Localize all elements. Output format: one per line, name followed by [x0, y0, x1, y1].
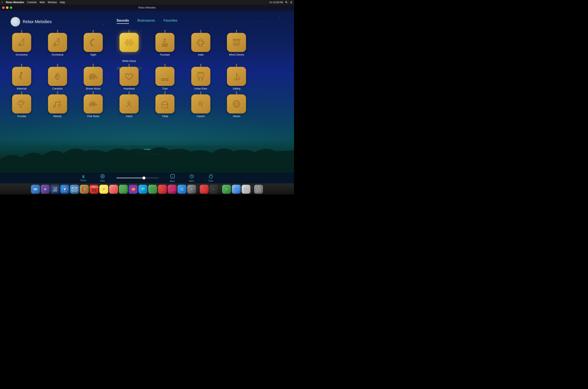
menu-controls[interactable]: Controls [27, 1, 37, 4]
alarm-control[interactable]: Alarm [186, 174, 197, 182]
sound-tile-thunder[interactable] [12, 94, 31, 113]
dock-item-news[interactable] [158, 185, 167, 194]
mixer-label: Mixer [170, 180, 175, 182]
sound-item-brown-noise[interactable]: Brown Noise [76, 66, 111, 91]
svg-line-71 [126, 106, 128, 107]
sound-tile-campfire[interactable] [48, 67, 67, 86]
dock-item-facetime[interactable] [148, 185, 157, 194]
dock-item-system-prefs[interactable] [187, 185, 196, 194]
sound-tile-train[interactable] [155, 67, 175, 86]
sound-tile-night[interactable] [84, 33, 103, 52]
dock-item-terminal[interactable]: >_ [210, 185, 219, 194]
svg-rect-4 [128, 39, 128, 46]
sound-item-train[interactable]: Train [147, 66, 182, 91]
sound-tile-white-noise[interactable] [119, 33, 139, 52]
sound-item-night[interactable]: Night [76, 32, 111, 64]
sound-tile-orchestral[interactable] [12, 33, 31, 52]
maximize-button[interactable] [10, 6, 12, 9]
dock-item-magnet[interactable] [200, 185, 209, 194]
sound-item-orchestral[interactable]: Orchestral [4, 32, 39, 64]
svg-rect-24 [233, 43, 234, 45]
dock-item-nav[interactable] [222, 185, 231, 194]
dock-item-photos[interactable] [129, 185, 138, 194]
sound-item-thunder[interactable]: Thunder [4, 93, 39, 119]
app-menu-name[interactable]: Relax Melodies [6, 1, 24, 4]
sound-tile-fountain[interactable] [155, 33, 175, 52]
dock-item-calendar[interactable]: DEC 21 [90, 185, 99, 194]
sound-tile-pink-noise[interactable] [84, 94, 103, 113]
menu-help[interactable]: Help [60, 1, 65, 4]
sound-item-sailing[interactable]: Sailing [219, 66, 254, 91]
menu-search[interactable]: 🔍 [285, 1, 288, 4]
sound-tile-voices[interactable] [227, 94, 246, 113]
dock-item-globe[interactable] [232, 185, 241, 194]
pause-control[interactable]: ⏸ Pause [78, 175, 89, 182]
dock-item-messages[interactable] [138, 185, 147, 194]
sound-tile-astral[interactable] [119, 94, 139, 113]
svg-rect-65 [94, 102, 95, 106]
sound-tile-cavern[interactable] [191, 94, 210, 113]
sound-item-zen[interactable]: Orchestral [40, 32, 75, 64]
sound-item-waterfall[interactable]: Waterfall [4, 66, 39, 91]
sound-tile-melody[interactable] [48, 94, 67, 113]
svg-point-100 [53, 187, 54, 188]
menu-list[interactable]: ☰ [290, 1, 292, 4]
svg-rect-61 [90, 102, 91, 106]
apple-menu[interactable]:  [2, 1, 3, 4]
menu-web[interactable]: Web [40, 1, 45, 4]
dock-item-trash[interactable] [254, 185, 263, 194]
svg-marker-113 [64, 188, 66, 191]
sound-tile-india[interactable] [191, 33, 210, 52]
dock-item-siri[interactable] [41, 185, 50, 194]
sound-item-melody[interactable]: Melody [40, 93, 75, 119]
sound-item-wind-chimes[interactable]: Wind Chimes [219, 32, 254, 64]
sound-tile-waterfall[interactable] [12, 67, 31, 86]
svg-point-132 [132, 187, 134, 189]
sound-tile-tribal[interactable] [155, 94, 175, 113]
sound-tile-zen[interactable] [48, 33, 67, 52]
sound-item-voices[interactable]: Voices [219, 93, 254, 119]
progress-bar[interactable] [116, 178, 159, 178]
minimize-button[interactable] [6, 6, 8, 9]
svg-rect-27 [238, 45, 238, 46]
dock-item-maps[interactable] [119, 185, 128, 194]
tab-favorites[interactable]: Favorites [163, 19, 178, 24]
svg-rect-37 [89, 78, 90, 80]
mixer-control[interactable]: 2 Mixer [167, 173, 178, 182]
dock-item-finder[interactable] [31, 185, 40, 194]
logo-area: Relax Melodies [11, 17, 52, 27]
sound-item-pink-noise[interactable]: Pink Noise [76, 93, 111, 119]
sound-item-white-noise[interactable]: White Noise White Noise [112, 32, 147, 64]
sound-item-urban-rain[interactable]: Urban Rain [184, 66, 218, 91]
clear-control[interactable]: Clear [97, 174, 108, 182]
sound-item-cavern[interactable]: Cavern [184, 93, 218, 119]
sound-tile-heartbeat[interactable] [119, 67, 139, 86]
sound-tile-wind-chimes[interactable] [227, 33, 246, 52]
sound-tile-urban-rain[interactable] [191, 67, 210, 86]
svg-rect-3 [126, 40, 127, 45]
dock-item-mail[interactable] [70, 185, 79, 194]
sound-item-india[interactable]: India [184, 32, 218, 64]
sound-tile-brown-noise[interactable] [84, 67, 103, 86]
svg-rect-28 [239, 43, 240, 44]
menu-window[interactable]: Window [48, 1, 57, 4]
sound-item-astral[interactable]: Astral [112, 93, 147, 119]
dock-item-notes[interactable] [99, 185, 108, 194]
svg-rect-12 [162, 44, 168, 45]
dock-item-appstore[interactable] [178, 185, 186, 194]
svg-point-69 [128, 101, 130, 104]
sound-item-fountain[interactable]: Fountain [147, 32, 182, 64]
close-button[interactable] [2, 6, 5, 9]
sound-item-tribal[interactable]: Tribal [147, 93, 182, 119]
dock-item-migration[interactable] [242, 185, 251, 194]
dock-item-safari[interactable] [60, 185, 69, 194]
dock-item-book[interactable] [80, 185, 89, 194]
timer-control[interactable]: Timer [206, 174, 216, 182]
tab-brainwaves[interactable]: Brainwaves [138, 19, 155, 24]
tab-sounds[interactable]: Sounds [116, 19, 129, 24]
sound-tile-sailing[interactable] [227, 67, 246, 86]
sound-item-campfire[interactable]: Campfire [40, 66, 75, 91]
dock-item-reminders[interactable] [109, 185, 118, 194]
dock-item-launchpad[interactable] [50, 185, 59, 194]
dock-item-music[interactable] [168, 185, 177, 194]
